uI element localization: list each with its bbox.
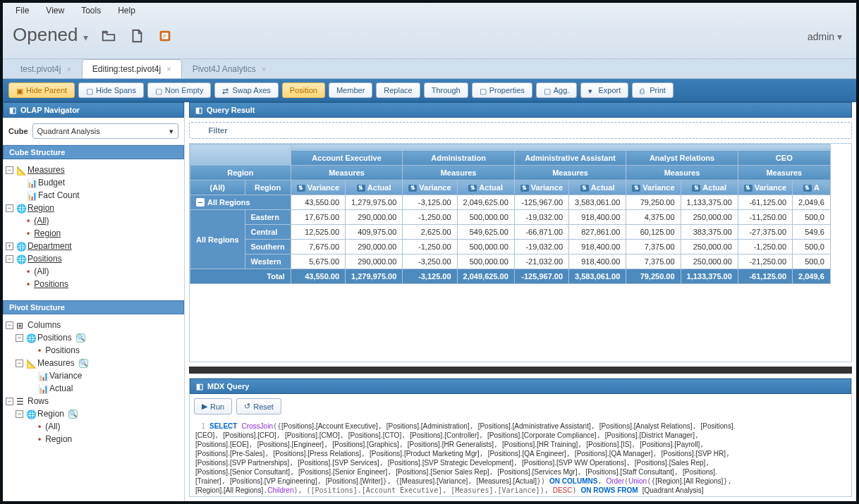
replace-button[interactable]: Replace: [376, 82, 420, 98]
menu-help[interactable]: Help: [118, 6, 135, 16]
sort-icon[interactable]: ⇅: [692, 185, 700, 192]
tab-analytics[interactable]: Pivot4J Analytics×: [182, 59, 276, 78]
row-header[interactable]: Eastern: [245, 210, 291, 225]
col-variance[interactable]: ⇅Variance: [738, 180, 792, 195]
col-group[interactable]: Administration: [403, 151, 515, 166]
position-button[interactable]: Position: [282, 82, 325, 98]
collapse-icon[interactable]: ◧: [196, 382, 205, 391]
member-button[interactable]: Member: [329, 82, 372, 98]
collapse-icon[interactable]: −: [16, 359, 23, 367]
collapse-icon[interactable]: −: [6, 398, 13, 405]
node-rows[interactable]: Rows: [28, 396, 49, 406]
close-icon[interactable]: ×: [262, 65, 266, 73]
search-icon[interactable]: 🔍: [76, 333, 85, 343]
sort-icon[interactable]: ⇅: [408, 185, 417, 192]
node-measures[interactable]: Measures: [37, 358, 75, 368]
opened-dropdown[interactable]: Opened ▾: [13, 24, 88, 46]
col-group[interactable]: Analyst Relations: [626, 151, 738, 166]
col-actual[interactable]: ⇅Actual: [457, 180, 514, 195]
node-positions-all[interactable]: (All): [34, 266, 49, 276]
swap-axes-button[interactable]: ⇄Swap Axes: [214, 82, 278, 98]
row-header[interactable]: Central: [245, 225, 291, 240]
node-region[interactable]: Region: [37, 409, 64, 419]
mdx-editor[interactable]: 1SELECT CrossJoin({[Positions].[Account …: [190, 419, 851, 496]
export-button[interactable]: ▾Export: [580, 82, 628, 98]
sort-icon[interactable]: ⇅: [357, 185, 365, 192]
node-region-all[interactable]: (All): [45, 422, 60, 431]
node-positions-leaf[interactable]: Positions: [34, 279, 68, 289]
col-variance[interactable]: ⇅Variance: [291, 180, 345, 195]
row-header[interactable]: All Regions: [190, 210, 245, 269]
node-region-leaf[interactable]: Region: [34, 228, 61, 238]
cube-select[interactable]: Quadrant Analysis▾: [32, 123, 179, 139]
splitter[interactable]: [189, 367, 852, 374]
node-department[interactable]: Department: [28, 241, 72, 251]
col-variance[interactable]: ⇅Variance: [403, 180, 457, 195]
search-icon[interactable]: 🔍: [68, 410, 78, 419]
col-actual[interactable]: ⇅Actual: [569, 180, 626, 195]
row-header[interactable]: −All Regions: [190, 195, 291, 210]
sort-icon[interactable]: ⇅: [580, 185, 589, 192]
node-region-all[interactable]: (All): [34, 216, 49, 226]
col-group[interactable]: CEO: [738, 151, 830, 166]
collapse-icon[interactable]: −: [6, 321, 13, 329]
new-document-icon[interactable]: [129, 28, 145, 42]
col-variance[interactable]: ⇅Variance: [514, 180, 568, 195]
node-budget[interactable]: Budget: [38, 178, 65, 188]
col-group[interactable]: Account Executive: [291, 151, 403, 166]
open-folder-icon[interactable]: [101, 28, 116, 42]
col-actual[interactable]: ⇅A: [793, 180, 831, 195]
print-button[interactable]: ⎙Print: [632, 82, 674, 98]
tab-test[interactable]: test.pivot4j×: [10, 59, 82, 78]
through-button[interactable]: Through: [424, 82, 468, 98]
col-actual[interactable]: ⇅Actual: [681, 180, 738, 195]
node-variance[interactable]: Variance: [49, 371, 82, 381]
agg-button[interactable]: ▢Agg.: [536, 82, 578, 98]
node-measures[interactable]: Measures: [28, 165, 65, 175]
search-icon[interactable]: 🔍: [79, 359, 88, 368]
collapse-icon[interactable]: ◧: [9, 106, 18, 114]
col-actual[interactable]: ⇅Actual: [346, 180, 403, 195]
collapse-icon[interactable]: −: [6, 255, 13, 263]
col-group[interactable]: Administrative Assistant: [514, 151, 626, 166]
sort-icon[interactable]: ⇅: [632, 185, 640, 192]
sort-icon[interactable]: ⇅: [468, 185, 477, 192]
non-empty-button[interactable]: ▢Non Empty: [147, 82, 211, 98]
presentation-icon[interactable]: P: [157, 28, 173, 42]
collapse-icon[interactable]: −: [6, 204, 13, 212]
properties-button[interactable]: ▢Properties: [472, 82, 532, 98]
close-icon[interactable]: ×: [66, 65, 71, 73]
node-columns[interactable]: Columns: [28, 320, 61, 330]
tab-editing[interactable]: Editing:test.pivot4j×: [82, 59, 182, 78]
node-actual[interactable]: Actual: [49, 383, 73, 393]
collapse-icon[interactable]: −: [16, 334, 23, 342]
node-fact-count[interactable]: Fact Count: [38, 190, 80, 200]
sort-icon[interactable]: ⇅: [803, 185, 812, 192]
menu-view[interactable]: View: [46, 6, 64, 16]
collapse-icon[interactable]: ◧: [195, 106, 204, 114]
node-region[interactable]: Region: [28, 203, 54, 213]
collapse-icon[interactable]: −: [16, 410, 23, 418]
menu-file[interactable]: File: [16, 6, 29, 16]
sort-icon[interactable]: ⇅: [744, 185, 753, 192]
expand-icon[interactable]: +: [6, 242, 13, 250]
sort-icon[interactable]: ⇅: [297, 185, 305, 192]
col-variance[interactable]: ⇅Variance: [626, 180, 681, 195]
filter-dropzone[interactable]: Filter: [189, 122, 852, 139]
node-positions[interactable]: Positions: [28, 254, 62, 264]
node-positions[interactable]: Positions: [37, 333, 72, 343]
result-grid[interactable]: Account Executive Administration Adminis…: [189, 143, 852, 362]
region-col-header[interactable]: Region: [245, 180, 291, 195]
all-header[interactable]: (All): [190, 180, 245, 195]
reset-button[interactable]: ↺ Reset: [236, 398, 281, 414]
row-header[interactable]: Western: [245, 254, 291, 269]
node-positions-leaf[interactable]: Positions: [45, 345, 80, 355]
menu-tools[interactable]: Tools: [81, 6, 101, 16]
run-button[interactable]: ▶ Run: [194, 398, 232, 414]
row-header[interactable]: Southern: [245, 240, 291, 254]
sort-icon[interactable]: ⇅: [520, 185, 529, 192]
node-region-leaf[interactable]: Region: [45, 434, 72, 444]
user-menu[interactable]: admin ▾: [808, 31, 842, 42]
collapse-icon[interactable]: −: [6, 166, 13, 174]
hide-parent-button[interactable]: ▣Hide Parent: [8, 82, 75, 98]
